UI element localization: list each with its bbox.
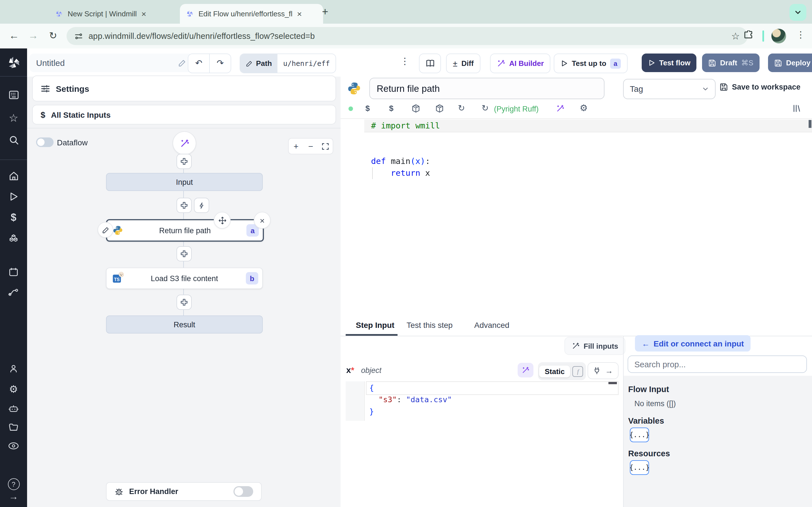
reload-linter-button[interactable]: ↻ bbox=[481, 103, 489, 113]
sidebar-item-help[interactable]: ? bbox=[0, 478, 27, 490]
reload-lsp-button[interactable]: ↻ bbox=[458, 103, 465, 113]
sidebar-item-routes[interactable] bbox=[0, 288, 27, 297]
tab-close-icon[interactable]: × bbox=[141, 9, 146, 18]
dataflow-toggle[interactable] bbox=[36, 137, 54, 147]
magic-wand-icon[interactable] bbox=[556, 104, 564, 113]
zoom-in-button[interactable]: + bbox=[289, 142, 303, 151]
add-step-button[interactable] bbox=[176, 246, 192, 262]
tab-close-icon[interactable]: × bbox=[297, 9, 302, 18]
sidebar-item-resources[interactable] bbox=[0, 233, 27, 244]
code-line-1[interactable]: # import wmill bbox=[371, 120, 440, 132]
tab-step-input[interactable]: Step Input bbox=[356, 321, 395, 330]
browser-menu-icon[interactable]: ⋮ bbox=[796, 29, 805, 40]
windmill-logo[interactable] bbox=[0, 55, 27, 70]
flow-editor-toolbar: Untitled ↶ ↷ Path u/henri/eff ⋮ ± Diff A… bbox=[27, 48, 812, 77]
edit-or-connect-button[interactable]: ← Edit or connect an input bbox=[635, 335, 751, 351]
variables-braces-chip[interactable]: {...} bbox=[630, 428, 649, 442]
edit-step-button[interactable] bbox=[98, 222, 113, 238]
new-tab-button[interactable]: + bbox=[322, 6, 328, 18]
ai-fill-button[interactable] bbox=[518, 363, 534, 378]
json-input-editor[interactable]: { "s3": "data.csv" } bbox=[346, 381, 619, 421]
connect-input-group[interactable]: → bbox=[588, 362, 619, 379]
tab-search-button[interactable] bbox=[790, 4, 806, 21]
flow-summary-field[interactable]: Untitled bbox=[29, 54, 193, 72]
flow-result-node[interactable]: Result bbox=[106, 316, 263, 334]
resources-braces-chip[interactable]: {...} bbox=[630, 460, 649, 475]
sidebar-item-folders[interactable] bbox=[0, 422, 27, 432]
ai-flow-button[interactable] bbox=[172, 131, 196, 155]
path-editor[interactable]: Path u/henri/eff bbox=[240, 54, 336, 73]
add-trigger-button[interactable] bbox=[194, 198, 209, 213]
sidebar-item-home[interactable] bbox=[0, 171, 27, 181]
package-icon[interactable] bbox=[435, 104, 444, 113]
step-name-input[interactable] bbox=[369, 78, 605, 99]
sidebar-item-apps[interactable] bbox=[0, 90, 27, 100]
test-up-to-button[interactable]: Test up to a bbox=[554, 54, 627, 73]
deploy-button[interactable]: Deploy bbox=[768, 54, 812, 72]
step-node-a[interactable]: Return file path a bbox=[106, 219, 264, 242]
library-icon[interactable] bbox=[792, 104, 801, 113]
code-line-4[interactable]: def main(x): bbox=[371, 156, 430, 167]
save-to-workspace-button[interactable]: Save to workspace bbox=[719, 83, 801, 91]
zoom-out-button[interactable]: − bbox=[303, 142, 318, 151]
redo-button[interactable]: ↷ bbox=[210, 54, 231, 73]
sidebar-item-search[interactable] bbox=[0, 135, 27, 145]
code-line-5[interactable]: return x bbox=[371, 167, 430, 179]
expression-mode-button[interactable]: f bbox=[573, 366, 583, 377]
tab-advanced[interactable]: Advanced bbox=[474, 321, 509, 330]
sidebar-item-users[interactable] bbox=[0, 364, 27, 374]
editor-scrollbar-thumb[interactable] bbox=[809, 120, 811, 128]
reload-button[interactable]: ↻ bbox=[49, 30, 57, 42]
ai-builder-button[interactable]: AI Builder bbox=[490, 54, 551, 73]
browser-tab-edit-flow[interactable]: Edit Flow u/henri/effortless_fl × bbox=[180, 4, 323, 24]
bookmark-star-icon[interactable]: ☆ bbox=[731, 30, 740, 42]
editor-settings-icon[interactable]: ⚙ bbox=[580, 103, 588, 113]
search-prop-input[interactable] bbox=[627, 355, 807, 373]
sidebar-collapse-toggle[interactable]: → bbox=[0, 491, 27, 503]
dataflow-label: Dataflow bbox=[57, 138, 88, 147]
sidebar-item-favorites[interactable]: ☆ bbox=[0, 112, 27, 124]
sidebar-item-audit-logs[interactable] bbox=[0, 442, 27, 450]
add-step-button[interactable] bbox=[176, 198, 192, 213]
move-step-handle[interactable] bbox=[214, 212, 231, 229]
tab-test-this-step[interactable]: Test this step bbox=[407, 321, 453, 330]
back-button[interactable]: ← bbox=[9, 30, 19, 42]
more-options-icon[interactable]: ⋮ bbox=[400, 56, 409, 66]
package-icon[interactable] bbox=[412, 104, 420, 113]
sidebar-item-settings[interactable]: ⚙ bbox=[0, 383, 27, 395]
sidebar-item-variables[interactable]: $ bbox=[0, 212, 27, 224]
variables-button[interactable]: $ bbox=[389, 104, 394, 113]
static-mode-button[interactable]: Static bbox=[539, 365, 570, 377]
url-bar[interactable]: app.windmill.dev/flows/edit/u/henri/effo… bbox=[66, 27, 748, 45]
diff-button[interactable]: ± Diff bbox=[446, 54, 480, 73]
connect-sections: Flow Input No items ([]) Variables {...}… bbox=[624, 376, 812, 507]
forward-button[interactable]: → bbox=[28, 30, 38, 42]
profile-avatar[interactable] bbox=[771, 29, 786, 43]
add-step-button[interactable] bbox=[176, 154, 192, 169]
linter-status: (Pyright Ruff) bbox=[494, 105, 539, 113]
browser-tab-new-script[interactable]: New Script | Windmill × bbox=[49, 4, 186, 24]
fill-inputs-button[interactable]: Fill inputs bbox=[564, 337, 626, 355]
fullscreen-button[interactable] bbox=[318, 143, 333, 150]
flow-settings-button[interactable]: Settings bbox=[32, 75, 336, 101]
flow-input-node[interactable]: Input bbox=[106, 173, 263, 191]
test-flow-button[interactable]: Test flow bbox=[642, 54, 697, 72]
tag-select[interactable]: Tag bbox=[623, 79, 716, 99]
sidebar-item-schedules[interactable] bbox=[0, 267, 27, 277]
delete-step-button[interactable]: × bbox=[254, 212, 271, 229]
assets-button[interactable]: $ bbox=[365, 104, 370, 113]
sidebar-item-runs[interactable] bbox=[0, 191, 27, 202]
sidebar-item-workers[interactable] bbox=[0, 403, 27, 413]
error-handler-toggle[interactable] bbox=[234, 486, 253, 497]
draft-button[interactable]: Draft ⌘S bbox=[702, 54, 760, 72]
extensions-icon[interactable] bbox=[743, 31, 754, 41]
json-scrollbar-thumb[interactable] bbox=[608, 382, 617, 384]
add-step-button[interactable] bbox=[176, 295, 192, 310]
all-static-inputs-button[interactable]: $ All Static Inputs bbox=[32, 105, 336, 124]
step-node-b[interactable]: TS Load S3 file content b bbox=[106, 268, 263, 289]
docs-button[interactable] bbox=[419, 54, 441, 73]
undo-button[interactable]: ↶ bbox=[188, 54, 210, 73]
move-icon bbox=[218, 216, 226, 224]
play-icon bbox=[560, 60, 568, 67]
error-handler-row[interactable]: Error Handler bbox=[106, 482, 262, 501]
